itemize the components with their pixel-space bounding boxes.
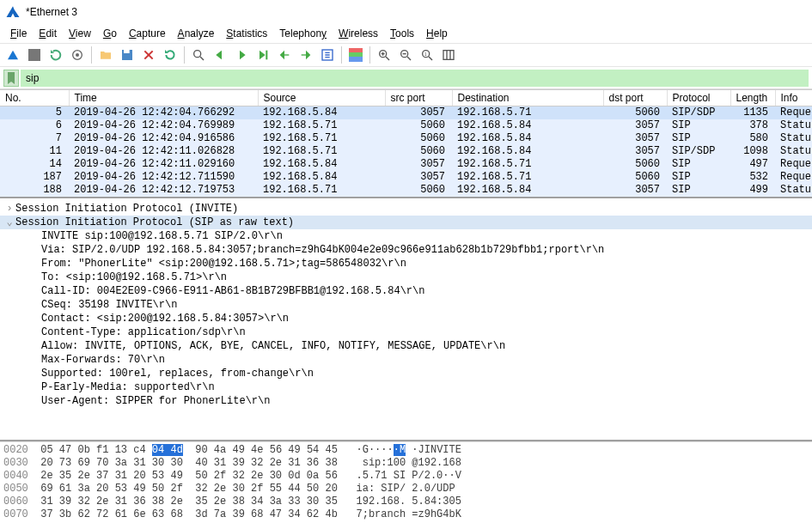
packet-details-pane[interactable]: ›Session Initiation Protocol (INVITE)⌄Se… [0, 198, 812, 441]
tree-leaf[interactable]: User-Agent: SIPPER for PhonerLite\r\n [0, 394, 812, 408]
hex-row[interactable]: 0020 05 47 0b f1 13 c4 04 4d 90 4a 49 4e… [3, 444, 809, 457]
zoom-in-button[interactable] [375, 46, 394, 64]
tree-leaf[interactable]: Allow: INVITE, OPTIONS, ACK, BYE, CANCEL… [0, 339, 812, 353]
hex-row[interactable]: 0030 20 73 69 70 3a 31 30 30 40 31 39 32… [3, 457, 809, 470]
toolbar-separator [341, 46, 342, 64]
menu-item[interactable]: Tools [385, 26, 419, 41]
go-back-button[interactable] [211, 46, 229, 64]
sip-line: Content-Type: application/sdp\r\n [41, 325, 246, 339]
svg-line-17 [429, 57, 432, 60]
sip-line: P-Early-Media: supported\r\n [41, 380, 215, 394]
expand-icon[interactable]: ⌄ [3, 216, 15, 229]
menu-item[interactable]: Wireless [333, 26, 383, 41]
tree-leaf[interactable]: Via: SIP/2.0/UDP 192.168.5.84:3057;branc… [0, 243, 812, 257]
menu-item[interactable]: Edit [34, 26, 62, 41]
zoom-out-button[interactable] [396, 46, 415, 64]
svg-rect-9 [349, 48, 363, 52]
resize-columns-button[interactable] [439, 46, 458, 64]
svg-rect-19 [443, 51, 454, 60]
wireshark-icon [5, 4, 21, 20]
packet-row[interactable]: 1882019-04-26 12:42:12.719753192.168.5.7… [0, 184, 812, 197]
zoom-reset-button[interactable]: 1 [418, 46, 437, 64]
tree-leaf[interactable]: P-Early-Media: supported\r\n [0, 380, 812, 394]
column-header[interactable]: Length [730, 90, 775, 106]
tree-leaf[interactable]: From: "PhonerLite" <sip:200@192.168.5.71… [0, 257, 812, 271]
sip-line: Max-Forwards: 70\r\n [41, 353, 165, 367]
hex-row[interactable]: 0050 69 61 3a 20 53 49 50 2f 32 2e 30 2f… [3, 483, 809, 496]
auto-scroll-button[interactable] [318, 46, 337, 64]
packet-row[interactable]: 52019-04-26 12:42:04.766292192.168.5.843… [0, 106, 812, 120]
find-packet-button[interactable] [189, 46, 208, 64]
sip-line: INVITE sip:100@192.168.5.71 SIP/2.0\r\n [41, 229, 283, 243]
column-header[interactable]: Protocol [667, 90, 730, 106]
packet-list-header[interactable]: No.TimeSourcesrc portDestinationdst port… [0, 90, 812, 106]
menu-bar: FileEditViewGoCaptureAnalyzeStatisticsTe… [0, 24, 812, 43]
display-filter-bar [0, 67, 812, 89]
toolbar-separator [369, 46, 370, 64]
tree-leaf[interactable]: INVITE sip:100@192.168.5.71 SIP/2.0\r\n [0, 229, 812, 243]
svg-rect-10 [349, 52, 363, 57]
svg-point-5 [194, 51, 201, 58]
column-header[interactable]: Info [775, 90, 812, 106]
column-header[interactable]: Destination [452, 90, 603, 106]
go-last-button[interactable] [296, 46, 315, 64]
tree-leaf[interactable]: To: <sip:100@192.168.5.71>\r\n [0, 271, 812, 284]
tree-leaf[interactable]: Call-ID: 004E2E09-C966-E911-AB61-8B1B729… [0, 284, 812, 298]
tree-node[interactable]: ⌄Session Initiation Protocol (SIP as raw… [0, 216, 812, 229]
hex-row[interactable]: 0060 31 39 32 2e 31 36 38 2e 35 2e 38 34… [3, 496, 809, 508]
menu-item[interactable]: Go [98, 26, 122, 41]
toolbar-separator [91, 46, 92, 64]
shark-fin-icon[interactable] [3, 46, 22, 64]
tree-leaf[interactable]: Contact: <sip:200@192.168.5.84:3057>\r\n [0, 312, 812, 325]
column-header[interactable]: dst port [603, 90, 667, 106]
filter-bookmark-icon[interactable] [3, 70, 19, 87]
column-header[interactable]: src port [385, 90, 452, 106]
hex-row[interactable]: 0070 37 3b 62 72 61 6e 63 68 3d 7a 39 68… [3, 508, 809, 521]
menu-item[interactable]: Telephony [274, 26, 332, 41]
title-bar: *Ethernet 3 [0, 0, 812, 24]
sip-line: From: "PhonerLite" <sip:200@192.168.5.71… [41, 257, 406, 271]
packet-row[interactable]: 112019-04-26 12:42:11.026828192.168.5.71… [0, 145, 812, 158]
sip-line: CSeq: 35198 INVITE\r\n [41, 298, 177, 312]
reload-file-button[interactable] [161, 46, 180, 64]
tree-label: Session Initiation Protocol (SIP as raw … [15, 216, 294, 229]
menu-item[interactable]: File [5, 26, 32, 41]
display-filter-input[interactable] [21, 70, 809, 87]
jump-packet-button[interactable] [253, 46, 272, 64]
sip-line: Via: SIP/2.0/UDP 192.168.5.84:3057;branc… [41, 243, 604, 257]
expand-icon[interactable]: › [3, 202, 15, 216]
svg-point-2 [76, 53, 79, 57]
column-header[interactable]: No. [0, 90, 69, 106]
go-first-button[interactable] [275, 46, 294, 64]
packet-bytes-pane[interactable]: 0020 05 47 0b f1 13 c4 04 4d 90 4a 49 4e… [0, 441, 812, 523]
tree-node[interactable]: ›Session Initiation Protocol (INVITE) [0, 202, 812, 216]
open-file-button[interactable] [96, 46, 115, 64]
tree-leaf[interactable]: CSeq: 35198 INVITE\r\n [0, 298, 812, 312]
packet-row[interactable]: 72019-04-26 12:42:04.916586192.168.5.715… [0, 132, 812, 145]
go-forward-button[interactable] [232, 46, 251, 64]
sip-line: Allow: INVITE, OPTIONS, ACK, BYE, CANCEL… [41, 339, 505, 353]
hex-row[interactable]: 0040 2e 35 2e 37 31 20 53 49 50 2f 32 2e… [3, 470, 809, 483]
packet-row[interactable]: 142019-04-26 12:42:11.029160192.168.5.84… [0, 158, 812, 171]
packet-row[interactable]: 1872019-04-26 12:42:12.711590192.168.5.8… [0, 171, 812, 184]
menu-item[interactable]: Capture [124, 26, 171, 41]
menu-item[interactable]: Statistics [221, 26, 272, 41]
column-header[interactable]: Time [69, 90, 258, 106]
svg-rect-0 [28, 49, 40, 61]
colorize-button[interactable] [346, 46, 365, 64]
tree-leaf[interactable]: Content-Type: application/sdp\r\n [0, 325, 812, 339]
capture-options-button[interactable] [68, 46, 87, 64]
close-file-button[interactable] [139, 46, 158, 64]
tree-leaf[interactable]: Max-Forwards: 70\r\n [0, 353, 812, 367]
packet-row[interactable]: 62019-04-26 12:42:04.769989192.168.5.715… [0, 119, 812, 132]
tree-leaf[interactable]: Supported: 100rel, replaces, from-change… [0, 367, 812, 380]
packet-list-pane[interactable]: No.TimeSourcesrc portDestinationdst port… [0, 89, 812, 198]
save-file-button[interactable] [118, 46, 137, 64]
window-title: *Ethernet 3 [26, 6, 77, 18]
column-header[interactable]: Source [258, 90, 385, 106]
menu-item[interactable]: Help [421, 26, 453, 41]
stop-capture-button[interactable] [25, 46, 44, 64]
menu-item[interactable]: View [64, 26, 96, 41]
restart-capture-button[interactable] [46, 46, 65, 64]
menu-item[interactable]: Analyze [173, 26, 220, 41]
